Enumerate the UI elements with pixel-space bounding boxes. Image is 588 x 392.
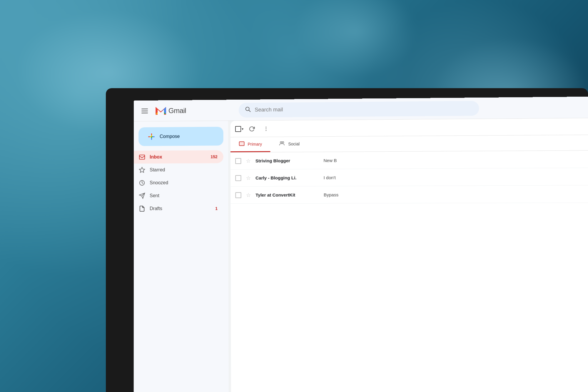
email-row[interactable]: ☆ Striving Blogger New B [230,150,588,170]
drafts-badge: 1 [215,206,218,211]
svg-point-10 [266,130,267,131]
gmail-header: Gmail Search mail [134,97,588,122]
email-star-2[interactable]: ☆ [245,192,252,199]
toolbar: ▾ [230,118,588,137]
sent-label: Sent [150,193,218,198]
svg-point-13 [282,141,284,143]
email-star-0[interactable]: ☆ [245,157,252,164]
app-title: Gmail [168,106,186,115]
more-options-button[interactable] [260,123,272,135]
sidebar: Compose Inbox 152 [134,121,229,392]
gmail-m-icon [154,104,167,117]
svg-line-2 [249,110,250,112]
hamburger-menu-button[interactable] [138,105,151,116]
tab-social[interactable]: Social [270,137,308,152]
header-left: Gmail [138,104,233,117]
sidebar-item-drafts[interactable]: Drafts 1 [134,202,223,215]
content-area: ▾ [230,118,588,392]
search-bar[interactable]: Search mail [239,101,479,118]
svg-point-8 [266,127,267,128]
social-tab-label: Social [288,142,300,146]
checkbox-box [235,126,241,132]
email-preview-1: I don't [324,174,588,180]
drafts-label: Drafts [150,206,211,211]
send-icon [138,192,146,199]
select-all-checkbox[interactable]: ▾ [235,126,243,132]
snoozed-label: Snoozed [150,180,218,185]
email-row-2[interactable]: ☆ Tyler at ConvertKit Bypass [230,185,588,204]
email-list: ☆ Striving Blogger New B ☆ Carly - Blogg… [230,150,588,392]
inbox-label: Inbox [150,154,206,160]
sidebar-item-inbox[interactable]: Inbox 152 [134,150,223,163]
screen: Gmail Search mail [134,97,588,392]
svg-point-12 [280,141,282,143]
email-row-1[interactable]: ☆ Carly - Blogging Li. I don't [230,168,588,187]
primary-tab-icon [239,140,245,148]
drafts-icon [138,205,146,212]
svg-marker-4 [139,167,145,172]
email-checkbox-1[interactable] [235,175,241,181]
email-sender-1: Carly - Blogging Li. [255,175,321,180]
inbox-badge: 152 [211,154,218,159]
sidebar-item-starred[interactable]: Starred [134,163,223,176]
search-input[interactable]: Search mail [255,105,473,113]
search-icon [245,106,251,114]
refresh-button[interactable] [246,123,258,135]
sidebar-item-snoozed[interactable]: Snoozed [134,176,223,189]
email-preview-0: New B [323,157,588,163]
clock-icon [138,179,146,186]
svg-rect-3 [139,155,145,159]
starred-label: Starred [150,167,218,172]
compose-plus-icon [147,132,156,141]
gmail-logo: Gmail [154,104,186,117]
gmail-ui: Gmail Search mail [134,97,588,392]
compose-label: Compose [160,134,180,139]
svg-rect-11 [239,142,244,145]
email-star-1[interactable]: ☆ [245,174,252,181]
svg-point-9 [266,128,267,129]
checkbox-dropdown-icon[interactable]: ▾ [242,127,243,131]
social-tab-icon [279,140,285,148]
sidebar-item-sent[interactable]: Sent [134,189,223,202]
inbox-icon [138,154,146,161]
email-checkbox-0[interactable] [235,158,241,164]
gmail-main: Compose Inbox 152 [134,118,588,392]
email-sender-2: Tyler at ConvertKit [255,192,321,197]
tabs-row: Primary Social [230,135,588,153]
email-preview-2: Bypass [324,191,588,197]
email-checkbox-2[interactable] [235,192,241,198]
tab-primary[interactable]: Primary [230,137,270,152]
email-sender-0: Striving Blogger [255,158,321,163]
compose-button[interactable]: Compose [138,127,223,146]
primary-tab-label: Primary [248,142,262,146]
star-icon [138,166,146,173]
